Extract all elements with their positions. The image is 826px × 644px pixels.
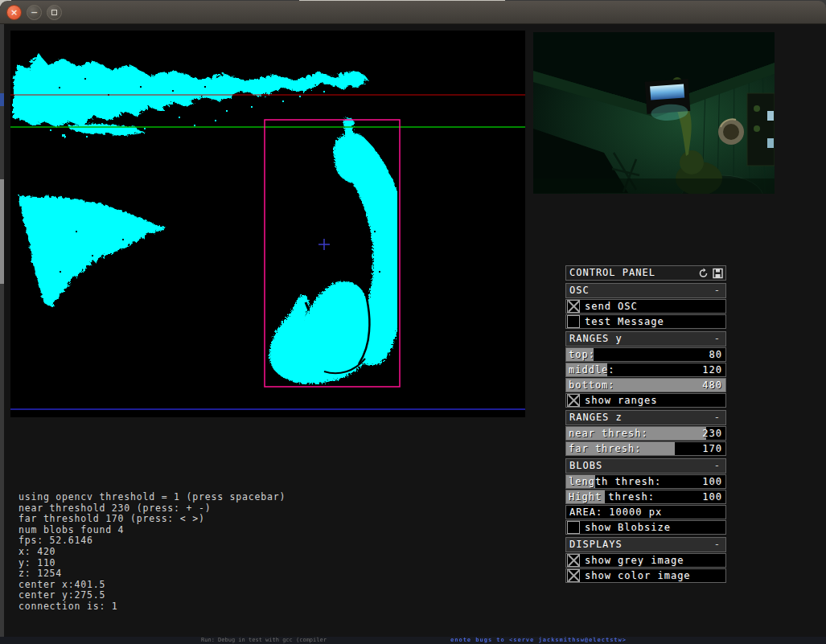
collapse-icon[interactable]: - — [714, 332, 721, 346]
debug-line: near threshold 230 (press: + -) — [18, 503, 286, 515]
slider-far-thresh-[interactable]: far thresh:170 — [565, 441, 726, 456]
label-area-10000-px: AREA: 10000 px — [565, 505, 726, 519]
debug-line: z: 1254 — [18, 568, 286, 580]
section-header-osc[interactable]: OSC- — [565, 283, 726, 298]
toggle-label: show color image — [585, 569, 691, 582]
panel-section-ranges-z: RANGES z-near thresh:230far thresh:170 — [565, 410, 726, 456]
toggle-send-osc[interactable]: send OSC — [565, 299, 726, 314]
slider-bottom-[interactable]: bottom:480 — [565, 378, 726, 392]
titlebar[interactable]: × − — [0, 1, 826, 24]
debug-line: center y:275.5 — [18, 590, 286, 601]
background-terminal-text: Run: Debug in test with gcc (compiler — [201, 637, 327, 644]
toggle-show-color-image[interactable]: show color image — [565, 568, 726, 583]
slider-label: far thresh: — [569, 442, 641, 455]
toggle-label: show ranges — [585, 394, 657, 407]
slider-label: bottom: — [569, 379, 615, 392]
debug-line: fps: 52.6146 — [18, 535, 286, 547]
section-title: DISPLAYS — [569, 539, 623, 550]
section-header-displays[interactable]: DISPLAYS- — [565, 537, 726, 552]
checkbox-checked-icon[interactable] — [567, 569, 580, 582]
background-window-bottom-edge: Run: Debug in test with gcc (compiler en… — [0, 637, 826, 644]
panel-section-displays: DISPLAYS-show grey imageshow color image — [565, 537, 726, 583]
maximize-button[interactable] — [47, 5, 62, 20]
maximize-icon — [51, 10, 57, 15]
checkbox-checked-icon[interactable] — [567, 300, 580, 313]
info-label: AREA: 10000 px — [569, 506, 662, 519]
blob-person — [268, 117, 390, 383]
checkbox-checked-icon[interactable] — [567, 394, 580, 407]
app-window: Run: Debug in test with gcc (compiler en… — [0, 0, 826, 644]
slider-top-[interactable]: top:80 — [565, 347, 726, 362]
blob-wedge — [18, 195, 165, 306]
debug-line: far threshold 170 (press: < >) — [18, 514, 286, 525]
toggle-show-ranges[interactable]: show ranges — [565, 393, 726, 408]
slider-label: near thresh: — [569, 427, 648, 440]
panel-section-osc: OSC-send OSCtest Message — [565, 283, 726, 329]
collapse-icon[interactable]: - — [714, 459, 721, 473]
section-header-blobs[interactable]: BLOBS- — [565, 458, 726, 474]
slider-value: 120 — [702, 363, 722, 376]
toggle-label: test Message — [585, 315, 664, 328]
toggle-show-blobsize[interactable]: show Blobsize — [565, 520, 726, 535]
toggle-label: show grey image — [585, 554, 684, 567]
blob-center-cross — [318, 239, 330, 250]
slider-label: middle: — [569, 363, 615, 376]
collapse-icon[interactable]: - — [714, 538, 721, 552]
laptop-screen — [650, 84, 684, 100]
blob-ceiling-band — [12, 51, 367, 137]
background-fragment — [0, 93, 4, 106]
slider-near-thresh-[interactable]: near thresh:230 — [565, 426, 726, 441]
debug-line: center x:401.5 — [18, 580, 286, 591]
checkbox-checked-icon[interactable] — [567, 554, 580, 567]
slider-middle-[interactable]: middle:120 — [565, 363, 726, 377]
background-terminal-text: enote bugs to <serve jacksmithsw@electst… — [450, 637, 627, 644]
checkbox-unchecked-icon[interactable] — [567, 521, 580, 534]
debug-readout: using opencv threshold = 1 (press spaceb… — [18, 492, 286, 613]
slider-value: 100 — [702, 490, 722, 503]
section-title: OSC — [569, 285, 590, 296]
slider-value: 230 — [702, 427, 722, 440]
slider-value: 170 — [702, 442, 722, 455]
slider-value: 100 — [702, 475, 722, 488]
section-title: RANGES y — [569, 333, 623, 344]
laptop — [645, 79, 691, 122]
debug-line: y: 110 — [18, 558, 286, 569]
collapse-icon[interactable]: - — [714, 411, 721, 425]
toggle-label: show Blobsize — [585, 521, 671, 534]
panel-sections: OSC-send OSCtest MessageRANGES y-top:80m… — [565, 283, 726, 583]
panel-section-blobs: BLOBS-length thresh:100Hight thresh:100A… — [565, 458, 726, 535]
control-panel-header[interactable]: CONTROL PANEL — [565, 265, 726, 281]
control-panel-title: CONTROL PANEL — [569, 267, 655, 278]
slider-hight-thresh-[interactable]: Hight thresh:100 — [565, 490, 726, 504]
panel-section-ranges-y: RANGES y-top:80middle:120bottom:480show … — [565, 331, 726, 408]
slider-label: top: — [569, 348, 595, 361]
background-window-left-edge — [0, 23, 4, 638]
control-panel: CONTROL PANEL OSC-send OSCtest MessageRA… — [565, 265, 726, 583]
slider-value: 480 — [702, 379, 722, 392]
section-title: RANGES z — [569, 412, 623, 423]
section-header-ranges-z[interactable]: RANGES z- — [565, 410, 726, 425]
debug-line: connection is: 1 — [18, 601, 286, 613]
toggle-test-message[interactable]: test Message — [565, 314, 726, 329]
blob-tracking-view — [10, 31, 525, 417]
debug-line: x: 420 — [18, 547, 286, 558]
depth-threshold-canvas — [10, 31, 525, 417]
color-image-scene — [533, 32, 775, 194]
toggle-show-grey-image[interactable]: show grey image — [565, 553, 726, 568]
section-header-ranges-y[interactable]: RANGES y- — [565, 331, 726, 347]
background-fragment — [0, 179, 4, 284]
slider-value: 80 — [709, 348, 722, 361]
slider-label: Hight thresh: — [569, 490, 655, 503]
save-icon[interactable] — [713, 268, 723, 279]
toggle-label: send OSC — [585, 300, 638, 313]
slider-length-thresh-[interactable]: length thresh:100 — [565, 474, 726, 489]
collapse-icon[interactable]: - — [714, 284, 721, 297]
machine-right — [747, 93, 775, 166]
minimize-button[interactable]: − — [27, 5, 42, 20]
refresh-icon[interactable] — [698, 268, 709, 279]
close-button[interactable]: × — [6, 5, 22, 20]
checkbox-unchecked-icon[interactable] — [567, 315, 580, 328]
metal-bowl — [718, 119, 744, 145]
color-camera-image — [533, 32, 775, 194]
debug-line: using opencv threshold = 1 (press spaceb… — [18, 492, 286, 503]
